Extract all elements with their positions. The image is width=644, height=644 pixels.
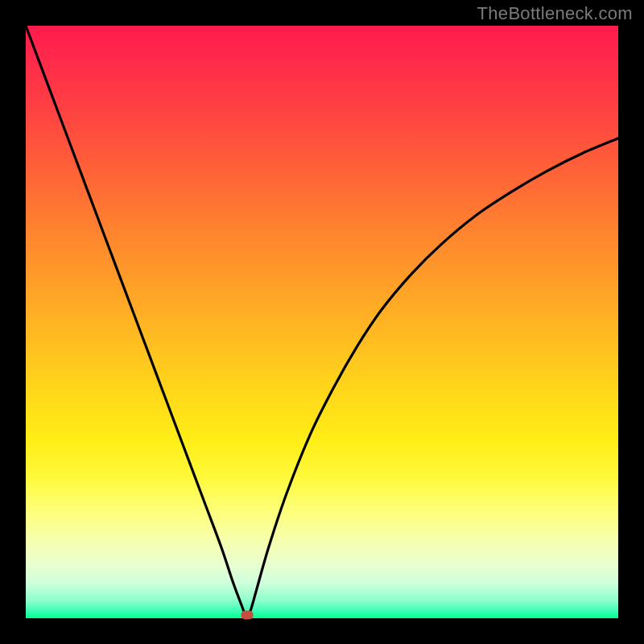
bottleneck-curve	[26, 26, 618, 618]
plot-area	[26, 26, 618, 618]
curve-svg	[26, 26, 618, 618]
watermark-text: TheBottleneck.com	[477, 3, 633, 24]
bottleneck-marker	[241, 611, 253, 620]
chart-frame: TheBottleneck.com	[0, 0, 644, 644]
